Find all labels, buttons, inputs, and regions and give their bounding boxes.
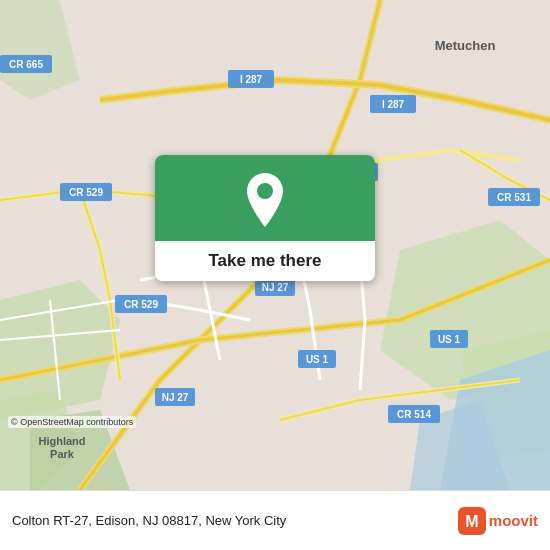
svg-text:CR 531: CR 531 [497,192,531,203]
svg-text:I 287: I 287 [382,99,405,110]
map-container: CR 665 CR 529 CR 529 I 287 I 287 NJ 27 N… [0,0,550,490]
svg-text:Park: Park [50,448,75,460]
attribution-text: © OpenStreetMap contributors [11,417,133,427]
moovit-logo-icon: M [458,507,486,535]
moovit-brand-text: moovit [489,512,538,529]
location-pin-icon [243,173,287,227]
take-me-there-button[interactable]: Take me there [155,241,375,281]
svg-text:US 1: US 1 [438,334,461,345]
svg-text:CR 529: CR 529 [124,299,158,310]
svg-text:US 1: US 1 [306,354,329,365]
bottom-bar: Colton RT-27, Edison, NJ 08817, New York… [0,490,550,550]
svg-text:NJ 27: NJ 27 [262,282,289,293]
popup-green-area [155,155,375,241]
svg-text:NJ 27: NJ 27 [162,392,189,403]
svg-text:CR 529: CR 529 [69,187,103,198]
svg-text:Highland: Highland [38,435,85,447]
svg-text:CR 514: CR 514 [397,409,431,420]
address-text: Colton RT-27, Edison, NJ 08817, New York… [12,513,448,528]
moovit-logo: M moovit [458,507,538,535]
svg-text:CR 665: CR 665 [9,59,43,70]
svg-text:I 287: I 287 [240,74,263,85]
svg-text:Metuchen: Metuchen [435,38,496,53]
svg-text:M: M [465,513,478,530]
osm-attribution: © OpenStreetMap contributors [8,416,136,428]
svg-point-36 [257,183,273,199]
popup-card: Take me there [155,155,375,281]
